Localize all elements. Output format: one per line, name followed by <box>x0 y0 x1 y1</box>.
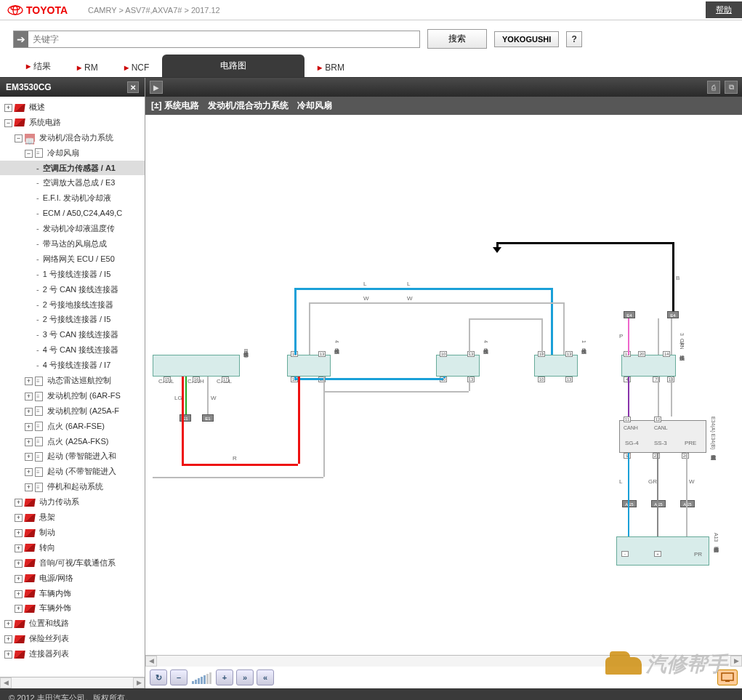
sidebar-hscroll[interactable]: ◀ ▶ <box>0 677 145 688</box>
tree-node[interactable]: + 保险丝列表 <box>0 631 145 646</box>
scroll-right-icon[interactable]: ▶ <box>730 656 742 667</box>
tree-node[interactable]: −📖 发动机/混合动力系统 <box>0 130 145 145</box>
footer: © 2012 丰田汽车公司。版权所有。 <box>0 688 742 700</box>
tree-node[interactable]: - 空调压力传感器 / A1 <box>0 161 145 176</box>
scroll-left-icon[interactable]: ◀ <box>145 656 157 667</box>
tab-brm[interactable]: ▸BRM <box>305 58 358 77</box>
tree-node[interactable]: - 4 号接线连接器 / I7 <box>0 358 145 373</box>
scroll-left-icon[interactable]: ◀ <box>0 677 12 688</box>
pin: 11 <box>624 417 631 422</box>
tree-node[interactable]: - E.F.I. 发动机冷却液 <box>0 190 145 206</box>
tree-node[interactable]: − 冷却风扇 <box>0 145 145 161</box>
tree-node[interactable]: - 网络网关 ECU / E50 <box>0 252 145 267</box>
wire <box>672 242 674 311</box>
tree-node[interactable]: + 停机和起动系统 <box>0 479 145 494</box>
search-arrow-icon[interactable]: ➔ <box>14 31 28 47</box>
tab-wiring[interactable]: 电路图 <box>162 55 305 77</box>
conn-label: 号接线连接器 B10 <box>242 347 249 358</box>
zoom-in-icon[interactable]: + <box>216 669 233 685</box>
play-icon[interactable]: ▶ <box>150 81 163 94</box>
brand-logo: TOYOTA <box>0 4 75 16</box>
tree-node[interactable]: + 起动 (不带智能进入 <box>0 464 145 479</box>
zoom-level-bars[interactable] <box>190 671 213 684</box>
tree-node[interactable]: + 点火 (6AR-FSE) <box>0 419 145 434</box>
tree-node[interactable]: + 位置和线路 <box>0 616 145 631</box>
tree-node[interactable]: + 电源/网络 <box>0 571 145 586</box>
tree-node[interactable]: - 1 号接线连接器 / I5 <box>0 267 145 282</box>
tab-rm-label: RM <box>84 63 98 73</box>
scroll-track[interactable] <box>157 656 730 667</box>
zoom-out-icon[interactable]: – <box>170 669 187 685</box>
screen-icon[interactable] <box>717 669 738 685</box>
tab-bar: ▸结果 ▸RM ▸NCF 电路图 ▸BRM <box>0 57 742 78</box>
tab-ncf-label: NCF <box>132 63 150 73</box>
tree-node[interactable]: - 空调放大器总成 / E3 <box>0 175 145 190</box>
tree-node[interactable]: + 发动机控制 (A25A-F <box>0 403 145 419</box>
conn-label: E34(A) E34(B) 空调放大器总成 <box>709 417 717 451</box>
tab-rm[interactable]: ▸RM <box>64 58 111 77</box>
tree-node[interactable]: − 系统电路 <box>0 115 145 130</box>
tab-result[interactable]: ▸结果 <box>13 56 64 77</box>
pin: - <box>621 551 629 557</box>
wire <box>541 318 543 355</box>
tree-node[interactable]: - 2 号 CAN 接线连接器 <box>0 282 145 297</box>
main-hscroll[interactable]: ◀ ▶ <box>145 655 742 667</box>
wire <box>657 453 658 536</box>
pin: 13 <box>565 377 573 382</box>
tab-ncf[interactable]: ▸NCF <box>111 58 163 77</box>
wire-label: W <box>363 295 369 302</box>
tree-node[interactable]: + 动力传动系 <box>0 494 145 510</box>
help-icon[interactable]: ? <box>566 31 582 47</box>
tree-node[interactable]: + 悬架 <box>0 510 145 525</box>
tree-node[interactable]: - 4 号 CAN 接线连接器 <box>0 342 145 358</box>
pin-label: PR <box>694 551 702 558</box>
wire-label: P <box>619 333 623 339</box>
wire <box>469 318 541 320</box>
zoom-toolbar: ↻ – + » « <box>145 667 742 688</box>
search-box: ➔ <box>13 31 420 48</box>
tree-node[interactable]: - ECM / A50,C24,A49,C <box>0 206 145 221</box>
newwin-icon[interactable]: ⧉ <box>725 81 738 94</box>
fast-forward-icon[interactable]: » <box>236 669 254 685</box>
chip: AE5 <box>651 500 666 507</box>
breadcrumb[interactable]: CAMRY > ASV7#,AXVA7# > 2017.12 <box>75 6 220 15</box>
tree-node[interactable]: + 动态雷达巡航控制 <box>0 373 145 388</box>
conn-label: 1 号接线连接器 <box>580 340 587 345</box>
wire <box>153 477 323 478</box>
scroll-right-icon[interactable]: ▶ <box>133 677 145 688</box>
body: EM3530CG ✕ + 概述− 系统电路−📖 发动机/混合动力系统− 冷却风扇… <box>0 78 742 688</box>
tree-node[interactable]: + 转向 <box>0 540 145 555</box>
conn-label: 4 号接线连接器 <box>482 340 489 345</box>
tree-node[interactable]: - 带马达的风扇总成 <box>0 236 145 252</box>
wiring-diagram[interactable]: CANLCANHCASLSG-4SS-3PREPRCANHCANL号接线连接器 … <box>145 115 742 655</box>
wire-label: W <box>407 295 413 302</box>
print-icon[interactable]: ⎙ <box>707 81 720 94</box>
tree-node[interactable]: + 音响/可视/车载通信系 <box>0 555 145 571</box>
tree-node[interactable]: - 发动机冷却液温度传 <box>0 221 145 236</box>
pin: 10 <box>538 377 545 382</box>
scroll-track[interactable] <box>12 677 133 688</box>
rewind-icon[interactable]: « <box>257 669 274 685</box>
tree-node[interactable]: + 概述 <box>0 100 145 115</box>
tree-node[interactable]: + 车辆外饰 <box>0 600 145 616</box>
tree-node[interactable]: + 连接器列表 <box>0 646 145 661</box>
yokogushi-button[interactable]: YOKOGUSHI <box>494 31 559 47</box>
search-button[interactable]: 搜索 <box>427 29 487 49</box>
help-link[interactable]: 帮助 <box>706 1 742 18</box>
tree-node[interactable]: + 制动 <box>0 525 145 540</box>
tree-node[interactable]: + 发动机控制 (6AR-FS <box>0 388 145 403</box>
close-sidebar-icon[interactable]: ✕ <box>127 81 139 93</box>
connector-B73 <box>436 355 480 377</box>
refresh-icon[interactable]: ↻ <box>150 669 167 685</box>
tree-node[interactable]: - 2 号接线连接器 / I5 <box>0 312 145 327</box>
tree-node[interactable]: + 车辆内饰 <box>0 586 145 601</box>
tree-node[interactable]: - 3 号 CAN 接线连接器 <box>0 327 145 342</box>
wire-label: W <box>211 395 217 401</box>
tree-node[interactable]: - 2 号接地接线连接器 <box>0 297 145 313</box>
search-input[interactable] <box>28 34 419 44</box>
nav-tree[interactable]: + 概述− 系统电路−📖 发动机/混合动力系统− 冷却风扇- 空调压力传感器 /… <box>0 97 145 677</box>
tree-node[interactable]: + 点火 (A25A-FKS) <box>0 434 145 449</box>
wire <box>294 288 297 355</box>
wire <box>658 377 659 417</box>
tree-node[interactable]: + 起动 (带智能进入和 <box>0 448 145 464</box>
